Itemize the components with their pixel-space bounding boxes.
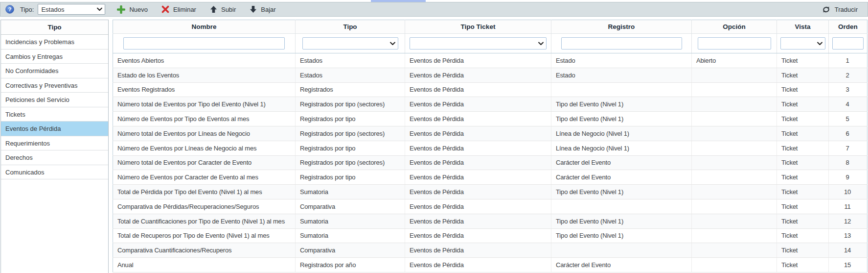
move-down-button-label: Bajar <box>261 6 275 13</box>
move-down-button[interactable]: Bajar <box>245 2 280 16</box>
move-up-button[interactable]: Subir <box>205 2 241 16</box>
type-select[interactable]: Estados <box>38 4 105 15</box>
delete-button-label: Eliminar <box>173 6 196 13</box>
delete-x-icon <box>161 5 169 13</box>
cell-tipo: Comparativa <box>296 199 405 214</box>
cell-vista: Ticket <box>777 170 829 185</box>
table-row[interactable]: Número de Eventos por Líneas de Negocio … <box>113 141 868 155</box>
sidebar-item[interactable]: Derechos <box>1 150 108 165</box>
sidebar-item[interactable]: No Conformidades <box>1 64 108 78</box>
cell-registro: Tipo del Evento (Nivel 1) <box>551 228 692 243</box>
move-up-button-label: Subir <box>221 6 236 13</box>
cell-opcion <box>692 155 777 170</box>
cell-orden: 13 <box>829 228 868 243</box>
reports-table: Nombre Tipo Tipo Ticket Registro Opción … <box>113 20 868 273</box>
cell-orden: 14 <box>829 243 868 258</box>
arrow-up-icon <box>210 5 217 13</box>
cell-nombre: Anual <box>113 258 296 273</box>
filter-orden-input[interactable] <box>832 37 864 50</box>
cell-vista: Ticket <box>777 155 829 170</box>
sidebar-item[interactable]: Eventos de Pérdida <box>1 122 108 136</box>
table-row[interactable]: Total de Recuperos por Tipo de Evento (N… <box>113 228 868 243</box>
cell-nombre: Comparativa de Pérdidas/Recuperaciones/S… <box>113 199 296 214</box>
cell-registro: Línea de Negocio (Nivel 1) <box>551 141 692 155</box>
cell-tipo-ticket: Eventos de Pérdida <box>405 185 551 199</box>
sidebar-item[interactable]: Correctivas y Preventivas <box>1 78 108 93</box>
cell-tipo-ticket: Eventos de Pérdida <box>405 126 551 141</box>
sidebar-item[interactable]: Tickets <box>1 107 108 122</box>
translate-button-label: Traducir <box>835 6 858 13</box>
cell-nombre: Número de Eventos por Líneas de Negocio … <box>113 141 296 155</box>
cell-vista: Ticket <box>777 258 829 273</box>
cell-tipo-ticket: Eventos de Pérdida <box>405 258 551 273</box>
table-row[interactable]: Estado de los EventosEstadosEventos de P… <box>113 68 868 82</box>
header-row: Nombre Tipo Tipo Ticket Registro Opción … <box>113 20 868 34</box>
cell-vista: Ticket <box>777 199 829 214</box>
cell-tipo-ticket: Eventos de Pérdida <box>405 228 551 243</box>
filter-registro-input[interactable] <box>561 37 682 50</box>
cell-orden: 9 <box>829 170 868 185</box>
table-row[interactable]: Número total de Eventos por Tipo del Eve… <box>113 97 868 112</box>
help-icon[interactable]: ? <box>5 5 14 14</box>
filter-vista-select[interactable] <box>780 37 825 50</box>
delete-button[interactable]: Eliminar <box>157 2 201 16</box>
cell-orden: 15 <box>829 258 868 273</box>
filter-tipo-ticket-select[interactable] <box>410 37 547 50</box>
filter-row <box>113 34 868 53</box>
cell-registro <box>551 243 692 258</box>
column-header-vista: Vista <box>777 20 829 34</box>
sidebar-item[interactable]: Requerimientos <box>1 136 108 151</box>
cell-opcion <box>692 141 777 155</box>
cell-nombre: Número de Eventos por Caracter de Evento… <box>113 170 296 185</box>
filter-nombre-input[interactable] <box>123 37 285 50</box>
table-body: Eventos AbiertosEstadosEventos de Pérdid… <box>113 53 868 273</box>
cell-opcion <box>692 68 777 82</box>
filter-opcion-input[interactable] <box>698 37 771 50</box>
filter-tipo-select[interactable] <box>302 37 398 50</box>
new-button[interactable]: Nuevo <box>112 2 153 16</box>
cell-orden: 10 <box>829 185 868 199</box>
translate-button[interactable]: Traducir <box>817 2 863 16</box>
cell-vista: Ticket <box>777 243 829 258</box>
cell-tipo: Sumatoria <box>296 185 405 199</box>
table-row[interactable]: Número de Eventos por Tipo de Eventos al… <box>113 112 868 126</box>
cell-opcion <box>692 82 777 97</box>
sidebar-item[interactable]: Cambios y Entregas <box>1 50 108 64</box>
table-row[interactable]: Eventos RegistradosRegistradosEventos de… <box>113 82 868 97</box>
cell-orden: 11 <box>829 199 868 214</box>
cell-opcion <box>692 258 777 273</box>
cell-vista: Ticket <box>777 185 829 199</box>
table-row[interactable]: AnualRegistrados por añoEventos de Pérdi… <box>113 258 868 273</box>
cell-opcion <box>692 126 777 141</box>
cell-orden: 2 <box>829 68 868 82</box>
arrow-down-icon <box>250 5 257 13</box>
sidebar-item[interactable]: Peticiones del Servicio <box>1 93 108 107</box>
cell-orden: 3 <box>829 82 868 97</box>
cell-registro: Tipo del Evento (Nivel 1) <box>551 97 692 112</box>
table-row[interactable]: Eventos AbiertosEstadosEventos de Pérdid… <box>113 53 868 68</box>
cell-orden: 5 <box>829 112 868 126</box>
table-row[interactable]: Número total de Eventos por Líneas de Ne… <box>113 126 868 141</box>
sidebar-item[interactable]: Incidencias y Problemas <box>1 35 108 50</box>
cell-opcion <box>692 228 777 243</box>
table-row[interactable]: Número total de Eventos por Caracter de … <box>113 155 868 170</box>
table-row[interactable]: Total de Pérdida por Tipo del Evento (Ni… <box>113 185 868 199</box>
table-row[interactable]: Total de Cuantificaciones por Tipo de Ev… <box>113 214 868 228</box>
sidebar-item[interactable]: Comunicados <box>1 165 108 180</box>
cell-registro: Tipo del Evento (Nivel 1) <box>551 214 692 228</box>
table-row[interactable]: Número de Eventos por Caracter de Evento… <box>113 170 868 185</box>
cell-tipo: Registrados por tipo (sectores) <box>296 155 405 170</box>
cell-vista: Ticket <box>777 126 829 141</box>
cell-tipo-ticket: Eventos de Pérdida <box>405 141 551 155</box>
type-select-wrap: Estados <box>38 4 105 15</box>
cell-tipo-ticket: Eventos de Pérdida <box>405 170 551 185</box>
cell-vista: Ticket <box>777 228 829 243</box>
cell-tipo: Sumatoria <box>296 214 405 228</box>
column-header-registro: Registro <box>551 20 692 34</box>
cell-opcion <box>692 170 777 185</box>
column-header-orden: Orden <box>829 20 868 34</box>
cell-nombre: Número total de Eventos por Líneas de Ne… <box>113 126 296 141</box>
table-row[interactable]: Comparativa Cuantificaciones/RecuperosCo… <box>113 243 868 258</box>
table-row[interactable]: Comparativa de Pérdidas/Recuperaciones/S… <box>113 199 868 214</box>
cell-vista: Ticket <box>777 141 829 155</box>
